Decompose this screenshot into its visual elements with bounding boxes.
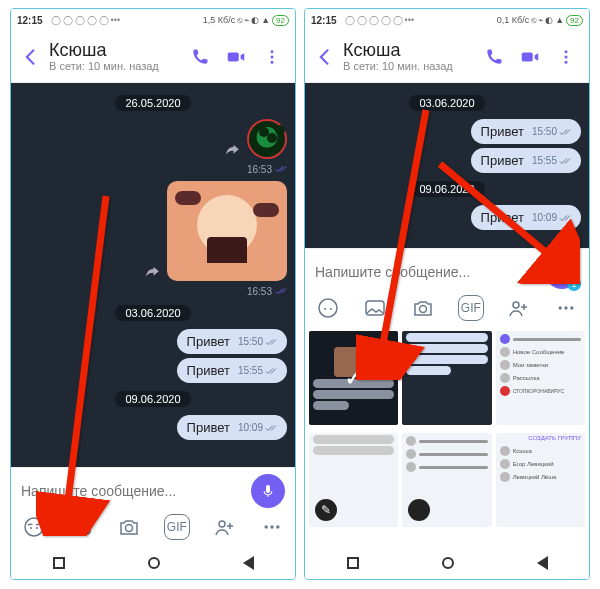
chat-body[interactable]: 26.05.2020 16:53 16:53 03.06.2020 Привет… [11,83,295,467]
forward-icon[interactable] [223,141,241,159]
svg-rect-4 [266,485,270,493]
battery-icon: 92 [272,15,289,26]
gallery-thumb[interactable]: ✎ [309,433,398,527]
msg-bubble[interactable]: Привет15:55 [471,148,581,173]
back-icon[interactable] [313,45,337,69]
date-chip: 26.05.2020 [115,95,190,111]
gif-icon[interactable]: GIF [458,295,484,321]
sticker-icon[interactable] [315,295,341,321]
svg-rect-8 [72,520,90,534]
call-icon[interactable] [185,42,215,72]
msg-bubble[interactable]: Привет10:09 [177,415,287,440]
gallery-thumb[interactable]: Новое Сообщение Мои заметки Рассылка СТО… [496,331,585,425]
svg-rect-15 [522,52,533,61]
dialpad-fab-icon [408,499,430,521]
msg-bubble[interactable]: Привет15:55 [177,358,287,383]
contact-status: В сети: 10 мин. назад [49,60,179,72]
date-chip: 03.06.2020 [115,305,190,321]
status-notif-icons: ◯◯◯◯◯••• [345,15,414,25]
svg-point-9 [77,524,80,527]
more-tools-icon[interactable] [553,295,579,321]
back-icon[interactable] [19,45,43,69]
svg-point-17 [565,55,568,58]
chat-header: Ксюша В сети: 10 мин. назад [305,31,589,83]
sticker-watermelon[interactable] [247,119,287,159]
gif-icon[interactable]: GIF [164,514,190,540]
date-chip: 09.06.2020 [115,391,190,407]
message-input[interactable] [315,264,541,280]
call-icon[interactable] [479,42,509,72]
svg-point-20 [324,308,326,310]
status-notif-icons: ◯◯◯◯◯••• [51,15,120,25]
svg-rect-0 [228,52,239,61]
status-time: 12:15 [17,15,43,26]
nav-recents[interactable] [53,557,65,569]
msg-bubble[interactable]: Привет15:50 [177,329,287,354]
chat-header: Ксюша В сети: 10 мин. назад [11,31,295,83]
contact-plus-icon[interactable] [506,295,532,321]
gallery-thumb[interactable] [402,331,491,425]
nav-back[interactable] [537,556,548,570]
android-nav-bar [305,547,589,579]
svg-point-21 [330,308,332,310]
gallery-thumb-selected[interactable] [309,331,398,425]
svg-point-26 [564,306,567,309]
nav-home[interactable] [442,557,454,569]
input-bar: 1 GIF [305,248,589,327]
gallery-thumb[interactable] [402,433,491,527]
video-call-icon[interactable] [515,42,545,72]
battery-icon: 92 [566,15,583,26]
mic-button[interactable] [251,474,285,508]
chat-body[interactable]: 03.06.2020 Привет15:50 Привет15:55 09.06… [305,83,589,248]
gallery-icon[interactable] [69,514,95,540]
svg-point-23 [420,306,427,313]
msg-time: 16:53 [247,285,287,297]
nav-back[interactable] [243,556,254,570]
sticker-icon[interactable] [21,514,47,540]
svg-rect-22 [366,301,384,315]
gallery-panel[interactable]: Новое Сообщение Мои заметки Рассылка СТО… [305,327,589,547]
nav-recents[interactable] [347,557,359,569]
contact-name[interactable]: Ксюша [343,41,473,61]
gallery-icon[interactable] [363,295,389,321]
svg-point-10 [126,525,133,532]
screenshot-right: 12:15 ◯◯◯◯◯••• 0,1 Кб/с⎋⌁◐▲ 92 Ксюша В с… [304,8,590,580]
more-tools-icon[interactable] [259,514,285,540]
status-right-icons: 0,1 Кб/с⎋⌁◐▲ 92 [497,15,583,26]
more-icon[interactable] [257,42,287,72]
svg-point-2 [271,55,274,58]
svg-point-11 [219,521,225,527]
svg-point-27 [570,306,573,309]
svg-point-19 [319,299,337,317]
input-bar: GIF [11,467,295,547]
msg-bubble[interactable]: Привет15:50 [471,119,581,144]
message-input[interactable] [21,483,247,499]
camera-icon[interactable] [410,295,436,321]
send-button[interactable]: 1 [545,255,579,289]
date-chip: 09.06.2020 [409,181,484,197]
svg-point-12 [265,525,268,528]
msg-bubble[interactable]: Привет10:09 [471,205,581,230]
svg-point-16 [565,50,568,53]
android-nav-bar [11,547,295,579]
svg-point-13 [270,525,273,528]
camera-icon[interactable] [116,514,142,540]
svg-point-18 [565,60,568,63]
edit-fab-icon: ✎ [315,499,337,521]
screenshot-left: 12:15 ◯◯◯◯◯••• 1,5 Кб/с⎋⌁◐▲ 92 Ксюша В с… [10,8,296,580]
status-right-icons: 1,5 Кб/с⎋⌁◐▲ 92 [203,15,289,26]
sticker-couple-sunset[interactable] [167,181,287,281]
date-chip: 03.06.2020 [409,95,484,111]
contact-name[interactable]: Ксюша [49,41,179,61]
svg-point-7 [36,527,38,529]
more-icon[interactable] [551,42,581,72]
msg-time: 16:53 [247,163,287,175]
contact-status: В сети: 10 мин. назад [343,60,473,72]
forward-icon[interactable] [143,263,161,281]
svg-point-3 [271,60,274,63]
contact-plus-icon[interactable] [212,514,238,540]
gallery-thumb[interactable]: СОЗДАТЬ ГРУППУ Ксюша Егор Левицкий Левиц… [496,433,585,527]
nav-home[interactable] [148,557,160,569]
svg-point-5 [25,518,43,536]
video-call-icon[interactable] [221,42,251,72]
